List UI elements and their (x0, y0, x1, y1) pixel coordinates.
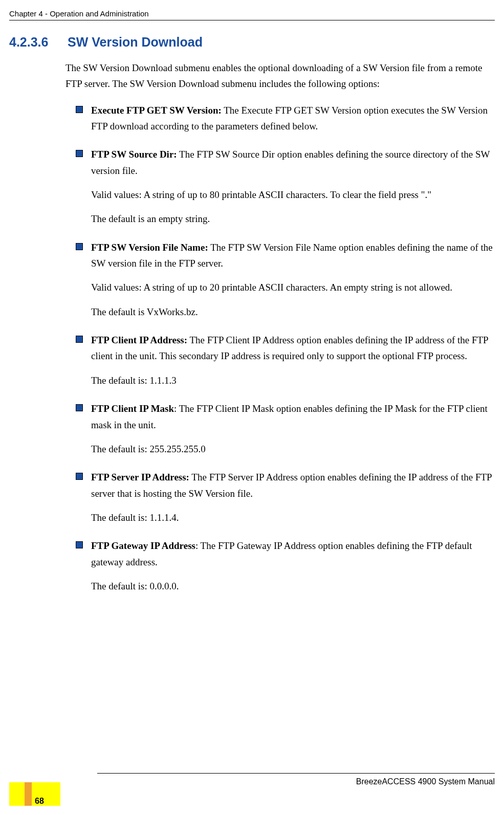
section-number: 4.2.3.6 (9, 35, 65, 50)
page-number: 68 (35, 797, 65, 806)
item-label: FTP SW Version File Name: (91, 242, 208, 253)
option-list: Execute FTP GET SW Version: The Execute … (76, 102, 495, 594)
page-footer: BreezeACCESS 4900 System Manual 68 (0, 773, 495, 804)
orange-tab-icon (25, 782, 32, 806)
square-bullet-icon (76, 150, 83, 157)
item-label: FTP Client IP Mask (91, 403, 174, 414)
list-item: FTP Gateway IP Address: The FTP Gateway … (76, 538, 495, 594)
square-bullet-icon (76, 336, 83, 343)
page-content: 4.2.3.6 SW Version Download The SW Versi… (9, 35, 495, 606)
item-para: The default is an empty string. (91, 211, 495, 227)
item-label: FTP Server IP Address: (91, 472, 189, 482)
square-bullet-icon (76, 541, 83, 548)
manual-title: BreezeACCESS 4900 System Manual (356, 777, 495, 786)
list-item: FTP Client IP Mask: The FTP Client IP Ma… (76, 401, 495, 457)
section-heading: 4.2.3.6 SW Version Download (9, 35, 495, 50)
item-para: Valid values: A string of up to 20 print… (91, 279, 495, 295)
list-item: FTP Server IP Address: The FTP Server IP… (76, 469, 495, 525)
list-item: FTP Client IP Address: The FTP Client IP… (76, 332, 495, 388)
item-para: The default is: 1.1.1.4. (91, 510, 495, 525)
section-intro: The SW Version Download submenu enables … (65, 60, 495, 92)
square-bullet-icon (76, 106, 83, 113)
square-bullet-icon (76, 404, 83, 411)
list-item: FTP SW Source Dir: The FTP SW Source Dir… (76, 146, 495, 227)
list-item: FTP SW Version File Name: The FTP SW Ver… (76, 239, 495, 320)
item-para: The default is: 0.0.0.0. (91, 578, 495, 594)
footer-divider (97, 773, 495, 774)
item-label: Execute FTP GET SW Version: (91, 105, 222, 116)
list-item: Execute FTP GET SW Version: The Execute … (76, 102, 495, 135)
item-label: FTP SW Source Dir: (91, 149, 177, 160)
page-header: Chapter 4 - Operation and Administration (9, 9, 495, 20)
square-bullet-icon (76, 473, 83, 480)
item-label: FTP Client IP Address: (91, 335, 187, 345)
chapter-title: Chapter 4 - Operation and Administration (9, 9, 149, 18)
item-label: FTP Gateway IP Address (91, 540, 195, 551)
item-para: Valid values: A string of up to 80 print… (91, 187, 495, 203)
item-para: The default is: 1.1.1.3 (91, 372, 495, 388)
square-bullet-icon (76, 243, 83, 250)
item-para: The default is: 255.255.255.0 (91, 441, 495, 457)
item-para: The default is VxWorks.bz. (91, 304, 495, 320)
section-title: SW Version Download (68, 35, 203, 50)
